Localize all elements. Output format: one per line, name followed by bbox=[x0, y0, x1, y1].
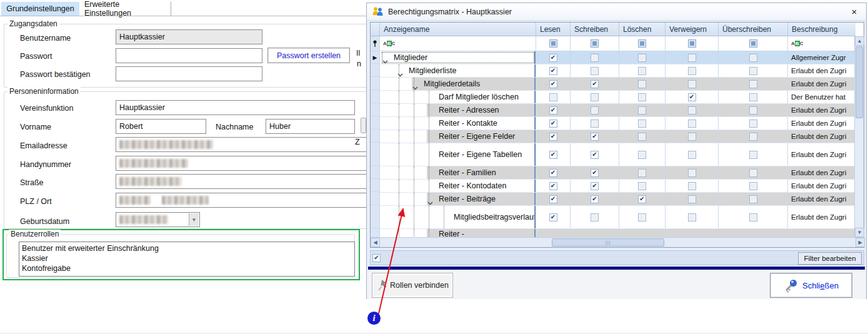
permission-checkbox[interactable] bbox=[749, 106, 757, 115]
permission-checkbox[interactable] bbox=[638, 54, 646, 62]
permission-checkbox[interactable] bbox=[749, 120, 757, 128]
permission-checkbox[interactable]: ✔ bbox=[549, 80, 557, 88]
permission-checkbox[interactable] bbox=[749, 195, 757, 203]
schliessen-button[interactable]: Schließen bbox=[770, 273, 852, 298]
tree-node-cell[interactable]: Reiter - Kontodaten bbox=[379, 180, 536, 192]
permission-checkbox[interactable] bbox=[638, 106, 646, 115]
permission-checkbox[interactable] bbox=[591, 54, 599, 62]
permission-checkbox[interactable] bbox=[749, 54, 757, 62]
permission-checkbox[interactable] bbox=[591, 67, 599, 75]
table-row[interactable]: Mitgliederliste✔Erlaubt den Zugri bbox=[371, 64, 856, 78]
filter-cell-löschen[interactable] bbox=[619, 36, 665, 51]
passwort-field[interactable] bbox=[116, 48, 262, 63]
checkbox-filter-icon[interactable] bbox=[549, 39, 557, 48]
table-row[interactable]: Mitgliederdetails✔✔Erlaubt den Zugri bbox=[371, 78, 856, 91]
permission-checkbox[interactable]: ✔ bbox=[549, 54, 557, 62]
scroll-right-icon[interactable]: ▶ bbox=[856, 238, 865, 247]
permission-checkbox[interactable] bbox=[688, 195, 696, 203]
table-row[interactable]: Darf Mitglieder löschen✔Der Benutzer hat bbox=[371, 91, 856, 104]
expand-arrow-icon[interactable] bbox=[412, 82, 418, 86]
permission-checkbox[interactable]: ✔ bbox=[549, 213, 557, 221]
filter-cell-anzeigename[interactable]: ABC bbox=[379, 36, 536, 51]
filter-cell-schreiben[interactable] bbox=[570, 36, 619, 51]
permission-checkbox[interactable] bbox=[688, 182, 696, 190]
permission-checkbox[interactable]: ✔ bbox=[591, 133, 599, 141]
permission-checkbox[interactable] bbox=[749, 67, 757, 75]
permission-checkbox[interactable] bbox=[638, 213, 646, 221]
passwort-erstellen-button[interactable]: Passwort erstellen bbox=[267, 48, 350, 63]
permission-checkbox[interactable] bbox=[749, 182, 757, 190]
list-item[interactable]: Kontofreigabe bbox=[22, 263, 352, 273]
permission-checkbox[interactable] bbox=[688, 54, 696, 62]
permission-checkbox[interactable] bbox=[591, 106, 599, 115]
tree-node-cell[interactable]: Reiter - Adressen bbox=[379, 104, 536, 116]
filter-cell-überschreiben[interactable] bbox=[718, 36, 787, 51]
permission-checkbox[interactable] bbox=[749, 151, 757, 159]
permission-checkbox[interactable] bbox=[688, 106, 696, 115]
permission-checkbox[interactable]: ✔ bbox=[591, 182, 599, 190]
table-row[interactable]: ▶Mitglieder✔Allgemeiner Zugr bbox=[371, 51, 856, 64]
email-field[interactable] bbox=[116, 137, 369, 152]
table-row[interactable]: Reiter - Adressen✔Erlaubt den Zugri bbox=[371, 104, 856, 117]
checkbox-filter-icon[interactable] bbox=[638, 39, 646, 48]
tree-node-cell[interactable]: Reiter - Eigene Tabellen bbox=[379, 143, 536, 166]
table-row[interactable]: Reiter - Eigene Felder✔✔Erlaubt den Zugr… bbox=[371, 130, 856, 143]
filter-bearbeiten-button[interactable]: Filter bearbeiten bbox=[798, 252, 862, 265]
tab-erweiterte-einstellungen[interactable]: Erweiterte Einstellungen bbox=[79, 2, 171, 16]
tree-node-cell[interactable]: Mitgliederdetails bbox=[379, 78, 536, 90]
permission-checkbox[interactable]: ✔ bbox=[591, 80, 599, 88]
permission-checkbox[interactable] bbox=[638, 120, 646, 128]
permission-checkbox[interactable] bbox=[749, 169, 757, 177]
column-header-lesen[interactable]: Lesen bbox=[536, 23, 570, 36]
handynummer-field[interactable] bbox=[116, 156, 369, 171]
nachname-field[interactable]: Huber bbox=[266, 119, 355, 134]
permission-checkbox[interactable]: ✔ bbox=[549, 133, 557, 141]
vertical-scrollbar[interactable]: ▲ ▼ bbox=[854, 36, 864, 237]
rollen-verbinden-button[interactable]: Rollen verbinden bbox=[372, 273, 453, 298]
table-row[interactable]: Reiter - Familien✔✔Erlaubt den Zugri bbox=[371, 166, 856, 180]
permission-checkbox[interactable] bbox=[638, 169, 646, 177]
horizontal-scroll-thumb[interactable]: ||| bbox=[552, 238, 664, 247]
filter-cell-verweigern[interactable] bbox=[665, 36, 718, 51]
scroll-down-icon[interactable]: ▼ bbox=[855, 228, 864, 237]
tree-node-cell[interactable]: Mitglieder bbox=[379, 51, 536, 64]
permission-checkbox[interactable]: ✔ bbox=[549, 182, 557, 190]
list-item[interactable]: Kassier bbox=[22, 253, 352, 263]
table-row[interactable]: Mitgliedsbeitragsverlauf✔Erlaubt den Zug… bbox=[371, 206, 856, 229]
permission-checkbox[interactable] bbox=[638, 151, 646, 159]
permission-checkbox[interactable]: ✔ bbox=[591, 169, 599, 177]
permission-checkbox[interactable] bbox=[638, 93, 646, 101]
permission-checkbox[interactable]: ✔ bbox=[549, 106, 557, 115]
column-header-löschen[interactable]: Löschen bbox=[619, 23, 665, 36]
permission-checkbox[interactable]: ✔ bbox=[549, 195, 557, 203]
tree-node-cell[interactable]: Mitgliederliste bbox=[379, 64, 536, 77]
scroll-up-icon[interactable]: ▲ bbox=[855, 36, 864, 46]
checkbox-filter-icon[interactable] bbox=[591, 39, 599, 48]
permission-checkbox[interactable] bbox=[549, 93, 557, 101]
permission-checkbox[interactable] bbox=[749, 213, 757, 221]
tree-node-cell[interactable]: Darf Mitglieder löschen bbox=[379, 91, 536, 103]
close-icon[interactable]: × bbox=[847, 6, 861, 18]
permission-checkbox[interactable] bbox=[591, 120, 599, 128]
permission-checkbox[interactable] bbox=[749, 93, 757, 101]
permission-checkbox[interactable] bbox=[638, 67, 646, 75]
permission-checkbox[interactable]: ✔ bbox=[549, 120, 557, 128]
strasse-field[interactable] bbox=[116, 174, 369, 189]
column-header-beschreibung[interactable]: Beschreibung bbox=[787, 23, 856, 36]
scroll-left-icon[interactable]: ◀ bbox=[371, 238, 380, 247]
permission-checkbox[interactable] bbox=[688, 151, 696, 159]
permission-checkbox[interactable] bbox=[591, 93, 599, 101]
permission-checkbox[interactable]: ✔ bbox=[688, 93, 696, 101]
filter-cell-beschreibung[interactable]: ABC bbox=[787, 36, 856, 51]
vorname-field[interactable]: Robert bbox=[116, 119, 206, 134]
dialog-titlebar[interactable]: Berechtigungsmatrix - Hauptkassier × bbox=[367, 3, 866, 21]
table-row[interactable]: Reiter - Kontakte✔Erlaubt den Zugri bbox=[371, 117, 856, 130]
permission-checkbox[interactable] bbox=[688, 169, 696, 177]
permission-checkbox[interactable] bbox=[638, 80, 646, 88]
expand-arrow-icon[interactable] bbox=[427, 197, 433, 201]
column-header-überschreiben[interactable]: Überschreiben bbox=[718, 23, 787, 36]
permission-checkbox[interactable]: ✔ bbox=[591, 151, 599, 159]
geburtsdatum-field[interactable]: ▼ bbox=[116, 212, 200, 227]
permission-checkbox[interactable] bbox=[688, 213, 696, 221]
horizontal-scrollbar[interactable]: ◀ ||| ▶ bbox=[371, 237, 865, 247]
